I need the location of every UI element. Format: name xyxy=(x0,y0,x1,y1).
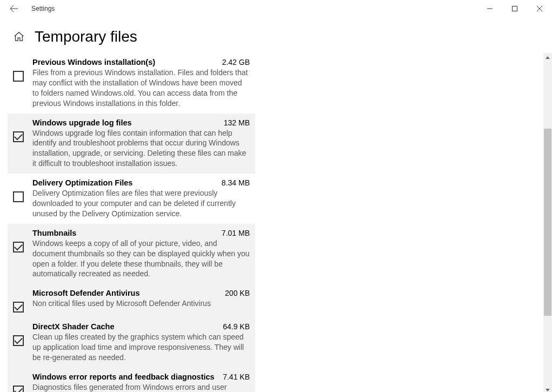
checkbox[interactable] xyxy=(13,131,24,142)
item-head: Windows upgrade log files132 MB xyxy=(32,118,250,127)
minimize-button[interactable] xyxy=(477,0,502,17)
item-description: Clean up files created by the graphics s… xyxy=(32,332,250,363)
item-size: 64.9 KB xyxy=(218,322,250,331)
page-title: Temporary files xyxy=(35,28,137,45)
item-size: 2.42 GB xyxy=(218,58,250,67)
item-head: DirectX Shader Cache64.9 KB xyxy=(32,322,250,331)
item-body: DirectX Shader Cache64.9 KBClean up file… xyxy=(32,322,250,363)
home-icon[interactable] xyxy=(13,31,25,43)
checkbox[interactable] xyxy=(13,191,24,202)
items-list: Previous Windows installation(s)2.42 GBF… xyxy=(0,53,255,392)
item-description: Windows keeps a copy of all of your pict… xyxy=(32,238,250,280)
item-head: Microsoft Defender Antivirus200 KB xyxy=(32,289,250,297)
titlebar: Settings xyxy=(0,0,552,17)
item-head: Thumbnails7.01 MB xyxy=(32,229,250,237)
item-size: 200 KB xyxy=(221,289,250,297)
item-head: Delivery Optimization Files8.34 MB xyxy=(32,178,250,187)
scroll-up-button[interactable] xyxy=(543,53,552,62)
item-body: Previous Windows installation(s)2.42 GBF… xyxy=(32,58,250,109)
item-size: 7.41 KB xyxy=(218,373,250,381)
window-controls xyxy=(477,0,552,17)
item-body: Delivery Optimization Files8.34 MBDelive… xyxy=(32,178,250,219)
close-button[interactable] xyxy=(527,0,552,17)
item-title: Windows upgrade log files xyxy=(32,118,132,127)
page-header: Temporary files xyxy=(0,17,552,53)
item-description: Diagnostics files generated from Windows… xyxy=(32,382,250,392)
item-size: 132 MB xyxy=(220,118,250,127)
item-description: Windows upgrade log files contain inform… xyxy=(32,128,250,169)
item-head: Windows error reports and feedback diagn… xyxy=(32,373,250,381)
list-item: Microsoft Defender Antivirus200 KBNon cr… xyxy=(8,284,255,317)
item-description: Delivery Optimization files are files th… xyxy=(32,188,250,219)
back-button[interactable] xyxy=(3,0,25,17)
item-title: Previous Windows installation(s) xyxy=(32,58,155,67)
item-body: Windows error reports and feedback diagn… xyxy=(32,373,250,392)
list-item: Windows error reports and feedback diagn… xyxy=(8,368,255,392)
item-title: DirectX Shader Cache xyxy=(32,322,115,331)
chevron-down-icon xyxy=(546,389,550,391)
svg-rect-0 xyxy=(513,6,517,11)
scroll-thumb[interactable] xyxy=(544,129,551,316)
list-item: Previous Windows installation(s)2.42 GBF… xyxy=(8,53,255,114)
item-title: Windows error reports and feedback diagn… xyxy=(32,373,215,381)
item-title: Delivery Optimization Files xyxy=(32,178,132,187)
maximize-icon xyxy=(512,6,517,11)
content-area: Previous Windows installation(s)2.42 GBF… xyxy=(0,53,552,392)
scrollbar[interactable] xyxy=(543,53,552,392)
item-title: Microsoft Defender Antivirus xyxy=(32,289,139,297)
back-arrow-icon xyxy=(10,4,18,13)
checkbox[interactable] xyxy=(13,242,24,253)
close-icon xyxy=(537,6,542,11)
checkbox[interactable] xyxy=(13,386,24,392)
item-title: Thumbnails xyxy=(32,229,76,237)
item-body: Microsoft Defender Antivirus200 KBNon cr… xyxy=(32,289,250,309)
checkbox[interactable] xyxy=(13,335,24,346)
checkbox[interactable] xyxy=(13,302,24,313)
maximize-button[interactable] xyxy=(502,0,527,17)
item-head: Previous Windows installation(s)2.42 GB xyxy=(32,58,250,67)
item-body: Thumbnails7.01 MBWindows keeps a copy of… xyxy=(32,229,250,280)
list-item: Windows upgrade log files132 MBWindows u… xyxy=(8,114,255,174)
item-description: Files from a previous Windows installati… xyxy=(32,68,250,109)
list-item: Delivery Optimization Files8.34 MBDelive… xyxy=(8,174,255,224)
chevron-up-icon xyxy=(546,56,550,59)
item-body: Windows upgrade log files132 MBWindows u… xyxy=(32,118,250,169)
window-title: Settings xyxy=(31,5,55,12)
item-size: 8.34 MB xyxy=(217,178,250,187)
item-description: Non critical files used by Microsoft Def… xyxy=(32,298,250,309)
list-item: Thumbnails7.01 MBWindows keeps a copy of… xyxy=(8,224,255,284)
scroll-down-button[interactable] xyxy=(543,386,552,392)
checkbox[interactable] xyxy=(13,71,24,82)
minimize-icon xyxy=(487,6,493,11)
list-item: DirectX Shader Cache64.9 KBClean up file… xyxy=(8,317,255,368)
item-size: 7.01 MB xyxy=(217,229,250,237)
